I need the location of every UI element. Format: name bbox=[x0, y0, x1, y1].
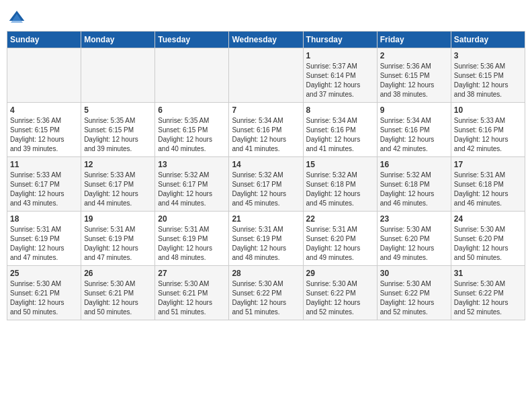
calendar-cell: 30Sunrise: 5:30 AM Sunset: 6:22 PM Dayli… bbox=[377, 266, 451, 320]
day-number: 21 bbox=[232, 214, 300, 224]
day-info: Sunrise: 5:30 AM Sunset: 6:21 PM Dayligh… bbox=[158, 279, 226, 317]
calendar-cell: 27Sunrise: 5:30 AM Sunset: 6:21 PM Dayli… bbox=[155, 266, 229, 320]
day-info: Sunrise: 5:33 AM Sunset: 6:17 PM Dayligh… bbox=[84, 171, 152, 208]
day-info: Sunrise: 5:36 AM Sunset: 6:15 PM Dayligh… bbox=[454, 62, 522, 99]
calendar-cell: 22Sunrise: 5:31 AM Sunset: 6:20 PM Dayli… bbox=[303, 212, 377, 266]
calendar-cell bbox=[229, 48, 303, 103]
day-number: 5 bbox=[84, 105, 152, 115]
day-number: 22 bbox=[306, 214, 374, 224]
day-number: 25 bbox=[10, 269, 78, 278]
calendar-cell: 19Sunrise: 5:31 AM Sunset: 6:19 PM Dayli… bbox=[81, 212, 155, 266]
calendar-cell: 10Sunrise: 5:33 AM Sunset: 6:16 PM Dayli… bbox=[451, 103, 525, 157]
day-info: Sunrise: 5:37 AM Sunset: 6:14 PM Dayligh… bbox=[306, 62, 374, 99]
day-info: Sunrise: 5:30 AM Sunset: 6:22 PM Dayligh… bbox=[232, 279, 300, 317]
day-info: Sunrise: 5:33 AM Sunset: 6:16 PM Dayligh… bbox=[454, 116, 522, 154]
day-number: 14 bbox=[232, 160, 300, 169]
day-number: 1 bbox=[306, 51, 374, 60]
day-info: Sunrise: 5:32 AM Sunset: 6:18 PM Dayligh… bbox=[306, 171, 374, 208]
day-number: 18 bbox=[10, 214, 78, 224]
calendar-cell: 1Sunrise: 5:37 AM Sunset: 6:14 PM Daylig… bbox=[303, 48, 377, 103]
day-info: Sunrise: 5:30 AM Sunset: 6:22 PM Dayligh… bbox=[306, 279, 374, 317]
column-header-tuesday: Tuesday bbox=[155, 32, 229, 48]
day-number: 20 bbox=[158, 214, 226, 224]
day-number: 7 bbox=[232, 105, 300, 115]
logo bbox=[7, 7, 30, 27]
calendar-cell: 14Sunrise: 5:32 AM Sunset: 6:17 PM Dayli… bbox=[229, 157, 303, 212]
calendar-cell: 17Sunrise: 5:31 AM Sunset: 6:18 PM Dayli… bbox=[451, 157, 525, 212]
calendar-cell: 31Sunrise: 5:30 AM Sunset: 6:22 PM Dayli… bbox=[451, 266, 525, 320]
calendar-cell: 7Sunrise: 5:34 AM Sunset: 6:16 PM Daylig… bbox=[229, 103, 303, 157]
day-info: Sunrise: 5:30 AM Sunset: 6:21 PM Dayligh… bbox=[10, 279, 78, 317]
day-info: Sunrise: 5:32 AM Sunset: 6:17 PM Dayligh… bbox=[158, 171, 226, 208]
day-info: Sunrise: 5:33 AM Sunset: 6:17 PM Dayligh… bbox=[10, 171, 78, 208]
day-number: 13 bbox=[158, 160, 226, 169]
calendar-week-row: 4Sunrise: 5:36 AM Sunset: 6:15 PM Daylig… bbox=[7, 103, 525, 157]
calendar-week-row: 25Sunrise: 5:30 AM Sunset: 6:21 PM Dayli… bbox=[7, 266, 525, 320]
calendar-cell bbox=[155, 48, 229, 103]
day-info: Sunrise: 5:36 AM Sunset: 6:15 PM Dayligh… bbox=[10, 116, 78, 154]
calendar-cell: 3Sunrise: 5:36 AM Sunset: 6:15 PM Daylig… bbox=[451, 48, 525, 103]
calendar-table: SundayMondayTuesdayWednesdayThursdayFrid… bbox=[7, 31, 525, 320]
day-info: Sunrise: 5:31 AM Sunset: 6:20 PM Dayligh… bbox=[306, 225, 374, 263]
page-header bbox=[7, 7, 525, 27]
calendar-cell: 21Sunrise: 5:31 AM Sunset: 6:19 PM Dayli… bbox=[229, 212, 303, 266]
day-number: 8 bbox=[306, 105, 374, 115]
calendar-cell: 20Sunrise: 5:31 AM Sunset: 6:19 PM Dayli… bbox=[155, 212, 229, 266]
calendar-week-row: 18Sunrise: 5:31 AM Sunset: 6:19 PM Dayli… bbox=[7, 212, 525, 266]
day-number: 19 bbox=[84, 214, 152, 224]
calendar-cell: 18Sunrise: 5:31 AM Sunset: 6:19 PM Dayli… bbox=[7, 212, 81, 266]
calendar-cell: 15Sunrise: 5:32 AM Sunset: 6:18 PM Dayli… bbox=[303, 157, 377, 212]
column-header-friday: Friday bbox=[377, 32, 451, 48]
day-info: Sunrise: 5:30 AM Sunset: 6:20 PM Dayligh… bbox=[380, 225, 448, 263]
column-header-thursday: Thursday bbox=[303, 32, 377, 48]
day-info: Sunrise: 5:31 AM Sunset: 6:19 PM Dayligh… bbox=[232, 225, 300, 263]
calendar-cell: 4Sunrise: 5:36 AM Sunset: 6:15 PM Daylig… bbox=[7, 103, 81, 157]
day-number: 6 bbox=[158, 105, 226, 115]
column-header-monday: Monday bbox=[81, 32, 155, 48]
calendar-cell: 9Sunrise: 5:34 AM Sunset: 6:16 PM Daylig… bbox=[377, 103, 451, 157]
calendar-cell: 28Sunrise: 5:30 AM Sunset: 6:22 PM Dayli… bbox=[229, 266, 303, 320]
calendar-cell: 11Sunrise: 5:33 AM Sunset: 6:17 PM Dayli… bbox=[7, 157, 81, 212]
day-number: 28 bbox=[232, 269, 300, 278]
day-info: Sunrise: 5:30 AM Sunset: 6:22 PM Dayligh… bbox=[380, 279, 448, 317]
day-info: Sunrise: 5:31 AM Sunset: 6:18 PM Dayligh… bbox=[454, 171, 522, 208]
day-info: Sunrise: 5:36 AM Sunset: 6:15 PM Dayligh… bbox=[380, 62, 448, 99]
day-number: 10 bbox=[454, 105, 522, 115]
day-number: 17 bbox=[454, 160, 522, 169]
calendar-cell: 26Sunrise: 5:30 AM Sunset: 6:21 PM Dayli… bbox=[81, 266, 155, 320]
day-number: 11 bbox=[10, 160, 78, 169]
calendar-cell: 16Sunrise: 5:32 AM Sunset: 6:18 PM Dayli… bbox=[377, 157, 451, 212]
day-number: 12 bbox=[84, 160, 152, 169]
day-number: 2 bbox=[380, 51, 448, 60]
day-info: Sunrise: 5:30 AM Sunset: 6:21 PM Dayligh… bbox=[84, 279, 152, 317]
day-info: Sunrise: 5:31 AM Sunset: 6:19 PM Dayligh… bbox=[10, 225, 78, 263]
calendar-cell bbox=[81, 48, 155, 103]
calendar-cell: 2Sunrise: 5:36 AM Sunset: 6:15 PM Daylig… bbox=[377, 48, 451, 103]
day-info: Sunrise: 5:30 AM Sunset: 6:20 PM Dayligh… bbox=[454, 225, 522, 263]
day-info: Sunrise: 5:31 AM Sunset: 6:19 PM Dayligh… bbox=[84, 225, 152, 263]
day-number: 30 bbox=[380, 269, 448, 278]
calendar-week-row: 11Sunrise: 5:33 AM Sunset: 6:17 PM Dayli… bbox=[7, 157, 525, 212]
day-number: 23 bbox=[380, 214, 448, 224]
calendar-cell: 6Sunrise: 5:35 AM Sunset: 6:15 PM Daylig… bbox=[155, 103, 229, 157]
day-info: Sunrise: 5:32 AM Sunset: 6:18 PM Dayligh… bbox=[380, 171, 448, 208]
calendar-cell: 5Sunrise: 5:35 AM Sunset: 6:15 PM Daylig… bbox=[81, 103, 155, 157]
day-number: 31 bbox=[454, 269, 522, 278]
column-header-saturday: Saturday bbox=[451, 32, 525, 48]
calendar-cell: 12Sunrise: 5:33 AM Sunset: 6:17 PM Dayli… bbox=[81, 157, 155, 212]
day-number: 27 bbox=[158, 269, 226, 278]
logo-icon bbox=[7, 7, 27, 27]
day-info: Sunrise: 5:35 AM Sunset: 6:15 PM Dayligh… bbox=[158, 116, 226, 154]
day-number: 16 bbox=[380, 160, 448, 169]
calendar-cell: 25Sunrise: 5:30 AM Sunset: 6:21 PM Dayli… bbox=[7, 266, 81, 320]
calendar-cell: 23Sunrise: 5:30 AM Sunset: 6:20 PM Dayli… bbox=[377, 212, 451, 266]
day-info: Sunrise: 5:34 AM Sunset: 6:16 PM Dayligh… bbox=[232, 116, 300, 154]
day-info: Sunrise: 5:34 AM Sunset: 6:16 PM Dayligh… bbox=[380, 116, 448, 154]
day-number: 26 bbox=[84, 269, 152, 278]
calendar-cell: 29Sunrise: 5:30 AM Sunset: 6:22 PM Dayli… bbox=[303, 266, 377, 320]
day-info: Sunrise: 5:31 AM Sunset: 6:19 PM Dayligh… bbox=[158, 225, 226, 263]
day-number: 4 bbox=[10, 105, 78, 115]
day-info: Sunrise: 5:32 AM Sunset: 6:17 PM Dayligh… bbox=[232, 171, 300, 208]
calendar-cell: 8Sunrise: 5:34 AM Sunset: 6:16 PM Daylig… bbox=[303, 103, 377, 157]
day-number: 9 bbox=[380, 105, 448, 115]
